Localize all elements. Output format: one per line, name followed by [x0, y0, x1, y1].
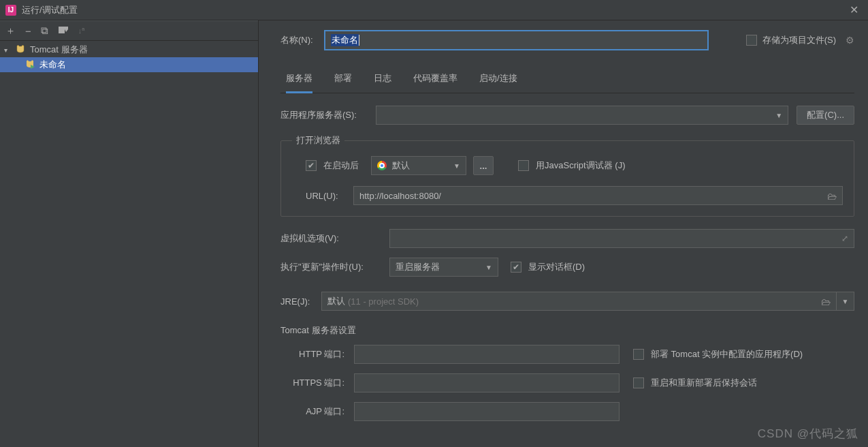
- show-dialog-checkbox[interactable]: [511, 262, 521, 273]
- browser-select[interactable]: 默认 ▼: [371, 156, 466, 175]
- show-dialog-label: 显示对话框(D): [528, 261, 585, 273]
- add-config-button[interactable]: ＋: [5, 25, 16, 37]
- name-row: 名称(N): 未命名 存储为项目文件(S) ⚙: [280, 30, 854, 50]
- jre-dropdown-button[interactable]: ▼: [837, 292, 854, 311]
- tabs: 服务器 部署 日志 代码覆盖率 启动/连接: [280, 67, 854, 93]
- ajp-port-input[interactable]: [354, 402, 620, 421]
- browser-row: 在启动后 默认 ▼ ... 用JavaScript调试器 (J): [292, 156, 843, 175]
- title-bar: IJ 运行/调试配置 ✕: [0, 0, 868, 20]
- ajp-port-label: AJP 端口:: [280, 405, 354, 418]
- chevron-down-icon: ▼: [485, 264, 492, 271]
- update-action-row: 执行"更新"操作时(U): 重启服务器 ▼ 显示对话框(D): [280, 258, 854, 277]
- tab-coverage[interactable]: 代码覆盖率: [413, 67, 457, 93]
- chevron-down-icon: ▼: [775, 112, 782, 119]
- app-server-row: 应用程序服务器(S): ▼ 配置(C)...: [280, 106, 854, 125]
- dialog-body: ＋ − ⧉ ↓ª ▾ Tomcat 服务器 未命名: [0, 20, 868, 447]
- store-label: 存储为项目文件(S): [762, 34, 836, 46]
- url-value: http://localhost:8080/: [359, 191, 441, 201]
- tab-startup[interactable]: 启动/连接: [479, 67, 517, 93]
- jre-label: JRE(J):: [280, 296, 321, 307]
- chevron-down-icon: ▼: [453, 162, 460, 170]
- http-port-input[interactable]: [354, 345, 620, 364]
- remove-config-button[interactable]: −: [25, 25, 31, 37]
- deploy-apps[interactable]: 部署 Tomcat 实例中配置的应用程序(D): [633, 348, 803, 360]
- folder-icon[interactable]: 🗁: [827, 191, 837, 202]
- js-debugger-checkbox[interactable]: [518, 160, 529, 171]
- tab-server[interactable]: 服务器: [286, 67, 312, 93]
- http-port-label: HTTP 端口:: [280, 348, 354, 360]
- open-browser-group: 打开浏览器 在启动后 默认 ▼ ... 用JavaScript调试器 (J): [280, 134, 854, 217]
- configure-button[interactable]: 配置(C)...: [797, 106, 854, 125]
- jre-prefix: 默认: [327, 295, 345, 307]
- open-browser-legend: 打开浏览器: [292, 134, 344, 147]
- tree-root-tomcat[interactable]: ▾ Tomcat 服务器: [0, 42, 258, 57]
- vm-options-input[interactable]: ⤢: [389, 229, 854, 248]
- store-as-file[interactable]: 存储为项目文件(S) ⚙: [746, 34, 854, 46]
- app-server-label: 应用程序服务器(S):: [280, 109, 376, 121]
- after-launch-checkbox[interactable]: [306, 160, 317, 171]
- name-label: 名称(N):: [280, 34, 313, 46]
- sidebar-toolbar: ＋ − ⧉ ↓ª: [0, 20, 258, 41]
- js-debugger-label: 用JavaScript调试器 (J): [536, 159, 625, 172]
- preserve-sessions-checkbox[interactable]: [633, 377, 644, 388]
- url-label: URL(U):: [306, 191, 353, 201]
- config-tree[interactable]: ▾ Tomcat 服务器 未命名: [0, 41, 258, 447]
- text-caret: [359, 35, 359, 46]
- tab-deploy[interactable]: 部署: [334, 67, 352, 93]
- url-input[interactable]: http://localhost:8080/ 🗁: [353, 186, 843, 205]
- update-action-value: 重启服务器: [396, 261, 440, 273]
- save-config-button[interactable]: [58, 25, 69, 37]
- vm-options-row: 虚拟机选项(V): ⤢: [280, 229, 854, 248]
- close-button[interactable]: ✕: [846, 3, 863, 16]
- chrome-icon: [377, 161, 387, 170]
- after-launch-label: 在启动后: [323, 159, 359, 172]
- tree-root-label: Tomcat 服务器: [30, 44, 88, 56]
- jre-hint: (11 - project SDK): [348, 296, 419, 307]
- vm-options-label: 虚拟机选项(V):: [280, 232, 389, 245]
- sort-config-button[interactable]: ↓ª: [78, 27, 85, 35]
- https-port-label: HTTPS 端口:: [280, 377, 354, 389]
- http-port-row: HTTP 端口: 部署 Tomcat 实例中配置的应用程序(D): [280, 345, 854, 364]
- copy-config-button[interactable]: ⧉: [41, 25, 48, 37]
- gear-icon[interactable]: ⚙: [846, 35, 854, 46]
- preserve-sessions[interactable]: 重启和重新部署后保持会话: [633, 377, 757, 389]
- content-pane: 名称(N): 未命名 存储为项目文件(S) ⚙ 服务器 部署 日志 代码覆盖率 …: [259, 20, 868, 447]
- deploy-apps-checkbox[interactable]: [633, 349, 644, 360]
- update-action-select[interactable]: 重启服务器 ▼: [389, 258, 498, 277]
- chevron-down-icon: ▾: [4, 46, 11, 54]
- ajp-port-row: AJP 端口:: [280, 402, 854, 421]
- browser-value: 默认: [392, 159, 410, 172]
- jre-row: JRE(J): 默认 (11 - project SDK) 🗁 ▼: [280, 292, 854, 311]
- name-input[interactable]: 未命名: [324, 30, 709, 50]
- watermark: CSDN @代码之狐: [758, 426, 858, 442]
- update-action-label: 执行"更新"操作时(U):: [280, 261, 389, 273]
- tree-child-label: 未命名: [39, 59, 66, 71]
- expand-icon[interactable]: ⤢: [841, 234, 848, 243]
- tab-logs[interactable]: 日志: [374, 67, 391, 93]
- app-server-select[interactable]: ▼: [376, 106, 788, 125]
- url-row: URL(U): http://localhost:8080/ 🗁: [292, 186, 843, 205]
- store-checkbox[interactable]: [746, 35, 757, 46]
- browser-more-button[interactable]: ...: [473, 156, 494, 175]
- folder-icon[interactable]: 🗁: [821, 296, 831, 307]
- tomcat-run-icon: [25, 59, 35, 70]
- preserve-sessions-label: 重启和重新部署后保持会话: [651, 377, 757, 389]
- tree-child-unnamed[interactable]: 未命名: [0, 57, 258, 72]
- sidebar: ＋ − ⧉ ↓ª ▾ Tomcat 服务器 未命名: [0, 20, 259, 447]
- name-input-value: 未命名: [331, 34, 359, 46]
- https-port-row: HTTPS 端口: 重启和重新部署后保持会话: [280, 373, 854, 392]
- https-port-input[interactable]: [354, 373, 620, 392]
- window-title: 运行/调试配置: [22, 4, 78, 16]
- app-icon: IJ: [5, 5, 16, 16]
- tomcat-section-title: Tomcat 服务器设置: [280, 324, 854, 337]
- jre-input[interactable]: 默认 (11 - project SDK) 🗁: [321, 292, 837, 311]
- tomcat-icon: [15, 44, 26, 55]
- server-form: 应用程序服务器(S): ▼ 配置(C)... 打开浏览器 在启动后 默认: [280, 93, 854, 421]
- deploy-apps-label: 部署 Tomcat 实例中配置的应用程序(D): [651, 348, 803, 360]
